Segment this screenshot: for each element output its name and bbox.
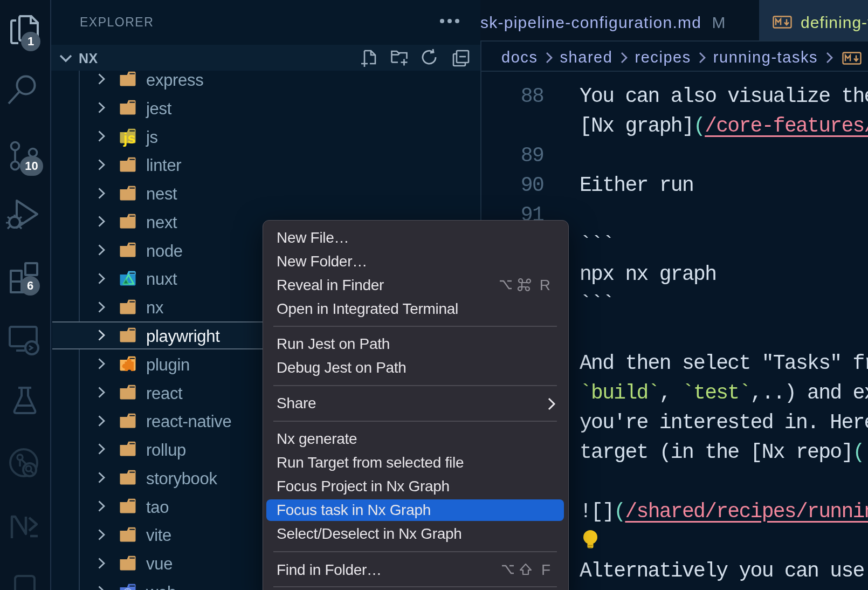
svg-text:js: js xyxy=(123,131,136,147)
